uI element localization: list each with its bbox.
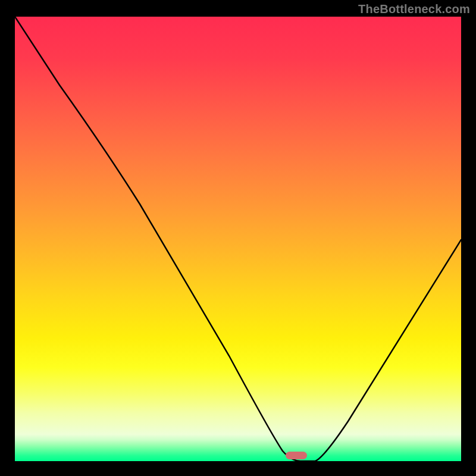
chart-frame: TheBottleneck.com <box>0 0 476 476</box>
curve-path <box>15 17 461 461</box>
bottleneck-curve <box>15 17 461 461</box>
optimal-marker <box>286 452 307 459</box>
plot-area <box>15 17 461 461</box>
watermark-label: TheBottleneck.com <box>358 2 470 16</box>
